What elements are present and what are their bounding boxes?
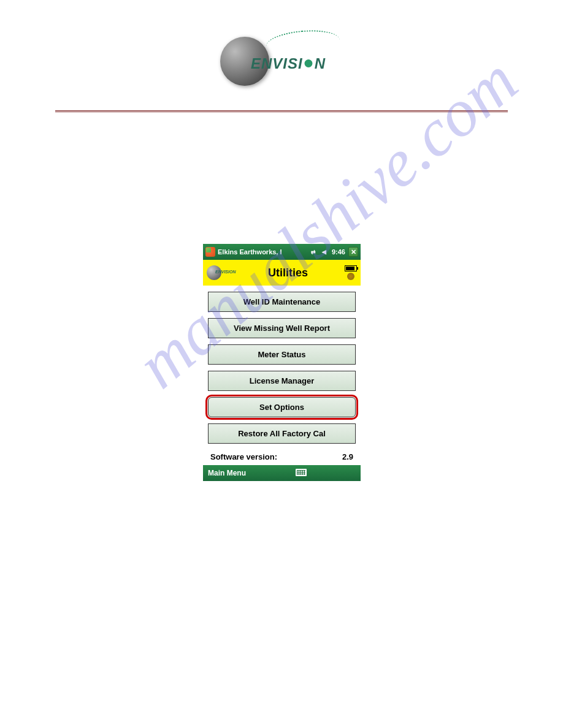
restore-factory-cal-button[interactable]: Restore All Factory Cal xyxy=(208,423,356,444)
volume-icon[interactable]: ◀ xyxy=(320,248,329,256)
app-body: Well ID Maintenance View Missing Well Re… xyxy=(203,286,361,465)
settings-icon[interactable] xyxy=(347,273,354,280)
keyboard-toggle[interactable] xyxy=(246,469,356,478)
window-title: Elkins Earthworks, l xyxy=(218,248,282,256)
windows-start-icon[interactable] xyxy=(205,247,215,257)
meter-status-button[interactable]: Meter Status xyxy=(208,344,356,365)
battery-icon xyxy=(345,265,357,271)
software-version-row: Software version: 2.9 xyxy=(208,450,356,464)
software-version-label: Software version: xyxy=(210,452,277,461)
main-menu-button[interactable]: Main Menu xyxy=(208,469,246,477)
window-titlebar: Elkins Earthworks, l ⇄ ◀ 9:46 ✕ xyxy=(203,244,361,260)
view-missing-well-report-button[interactable]: View Missing Well Report xyxy=(208,318,356,338)
header-divider xyxy=(55,110,508,113)
page-header: ENVISI●N xyxy=(0,25,563,88)
app-logo-text: ENVISION xyxy=(215,270,236,274)
keyboard-icon xyxy=(296,469,307,476)
app-logo-small: ENVISION xyxy=(207,264,231,282)
bottombar: Main Menu xyxy=(203,465,361,481)
logo-text: ENVISI●N xyxy=(251,52,326,73)
clock: 9:46 xyxy=(332,248,345,256)
app-header: ENVISION Utilities xyxy=(203,260,361,286)
header-right xyxy=(345,265,357,280)
software-version-value: 2.9 xyxy=(342,452,353,461)
device-screenshot: Elkins Earthworks, l ⇄ ◀ 9:46 ✕ ENVISION… xyxy=(203,244,361,484)
connectivity-icon[interactable]: ⇄ xyxy=(309,248,318,256)
screen-title: Utilities xyxy=(231,267,345,279)
set-options-button[interactable]: Set Options xyxy=(208,397,356,417)
envision-logo: ENVISI●N xyxy=(220,25,343,86)
license-manager-button[interactable]: License Manager xyxy=(208,371,356,391)
well-id-maintenance-button[interactable]: Well ID Maintenance xyxy=(208,292,356,312)
close-button[interactable]: ✕ xyxy=(348,247,358,257)
